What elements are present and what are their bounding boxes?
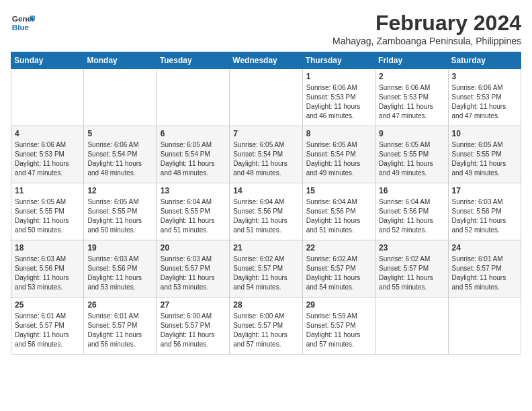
- day-info: Sunrise: 6:05 AM Sunset: 5:54 PM Dayligh…: [233, 140, 298, 178]
- calendar-day-cell: 20Sunrise: 6:03 AM Sunset: 5:57 PM Dayli…: [157, 240, 229, 298]
- day-number: 2: [379, 72, 444, 81]
- day-info: Sunrise: 6:06 AM Sunset: 5:53 PM Dayligh…: [15, 140, 80, 178]
- calendar-day-cell: 5Sunrise: 6:06 AM Sunset: 5:54 PM Daylig…: [84, 126, 157, 183]
- calendar-week-row: 18Sunrise: 6:03 AM Sunset: 5:56 PM Dayli…: [11, 240, 521, 298]
- day-info: Sunrise: 6:04 AM Sunset: 5:55 PM Dayligh…: [161, 197, 226, 235]
- day-number: 15: [306, 186, 371, 195]
- day-number: 26: [87, 300, 152, 310]
- day-number: 9: [379, 129, 444, 138]
- calendar-week-row: 4Sunrise: 6:06 AM Sunset: 5:53 PM Daylig…: [11, 126, 521, 183]
- calendar-day-cell: [157, 69, 229, 126]
- day-info: Sunrise: 6:02 AM Sunset: 5:57 PM Dayligh…: [233, 255, 298, 292]
- title-block: February 2024 Mahayag, Zamboanga Peninsu…: [332, 11, 521, 46]
- day-of-week-header: Saturday: [448, 52, 521, 69]
- calendar-day-cell: 25Sunrise: 6:01 AM Sunset: 5:57 PM Dayli…: [11, 298, 84, 355]
- day-number: 20: [161, 243, 226, 253]
- day-info: Sunrise: 6:05 AM Sunset: 5:55 PM Dayligh…: [379, 140, 444, 178]
- calendar-day-cell: 4Sunrise: 6:06 AM Sunset: 5:53 PM Daylig…: [11, 126, 84, 183]
- calendar-day-cell: [448, 298, 521, 355]
- calendar-day-cell: 26Sunrise: 6:01 AM Sunset: 5:57 PM Dayli…: [84, 298, 157, 355]
- day-number: 16: [379, 186, 444, 195]
- calendar-body: 1Sunrise: 6:06 AM Sunset: 5:53 PM Daylig…: [11, 69, 521, 355]
- day-of-week-header: Friday: [375, 52, 448, 69]
- calendar-day-cell: 22Sunrise: 6:02 AM Sunset: 5:57 PM Dayli…: [302, 240, 375, 298]
- calendar-day-cell: 23Sunrise: 6:02 AM Sunset: 5:57 PM Dayli…: [375, 240, 448, 298]
- calendar-day-cell: 9Sunrise: 6:05 AM Sunset: 5:55 PM Daylig…: [375, 126, 448, 183]
- calendar-day-cell: 21Sunrise: 6:02 AM Sunset: 5:57 PM Dayli…: [230, 240, 302, 298]
- calendar-day-cell: 28Sunrise: 6:00 AM Sunset: 5:57 PM Dayli…: [230, 298, 302, 355]
- day-number: 3: [452, 72, 517, 81]
- calendar-day-cell: 18Sunrise: 6:03 AM Sunset: 5:56 PM Dayli…: [11, 240, 84, 298]
- calendar-table: SundayMondayTuesdayWednesdayThursdayFrid…: [11, 52, 521, 355]
- calendar-header: SundayMondayTuesdayWednesdayThursdayFrid…: [11, 52, 521, 69]
- calendar-day-cell: 6Sunrise: 6:05 AM Sunset: 5:54 PM Daylig…: [157, 126, 229, 183]
- calendar-day-cell: 10Sunrise: 6:05 AM Sunset: 5:55 PM Dayli…: [448, 126, 521, 183]
- page-header: General Blue February 2024 Mahayag, Zamb…: [11, 11, 521, 46]
- calendar-day-cell: 16Sunrise: 6:04 AM Sunset: 5:56 PM Dayli…: [375, 183, 448, 240]
- day-number: 7: [233, 129, 298, 138]
- calendar-day-cell: 8Sunrise: 6:05 AM Sunset: 5:54 PM Daylig…: [302, 126, 375, 183]
- day-number: 5: [87, 129, 152, 138]
- calendar-day-cell: 1Sunrise: 6:06 AM Sunset: 5:53 PM Daylig…: [302, 69, 375, 126]
- day-number: 23: [379, 243, 444, 253]
- day-info: Sunrise: 6:05 AM Sunset: 5:54 PM Dayligh…: [161, 140, 226, 178]
- calendar-day-cell: 19Sunrise: 6:03 AM Sunset: 5:56 PM Dayli…: [84, 240, 157, 298]
- calendar-week-row: 1Sunrise: 6:06 AM Sunset: 5:53 PM Daylig…: [11, 69, 521, 126]
- day-number: 11: [15, 186, 80, 195]
- day-info: Sunrise: 6:05 AM Sunset: 5:55 PM Dayligh…: [87, 197, 152, 235]
- location-subtitle: Mahayag, Zamboanga Peninsula, Philippine…: [332, 36, 521, 46]
- day-info: Sunrise: 6:01 AM Sunset: 5:57 PM Dayligh…: [15, 312, 80, 349]
- day-info: Sunrise: 6:01 AM Sunset: 5:57 PM Dayligh…: [452, 255, 517, 292]
- day-info: Sunrise: 6:02 AM Sunset: 5:57 PM Dayligh…: [306, 255, 371, 292]
- day-info: Sunrise: 6:04 AM Sunset: 5:56 PM Dayligh…: [233, 197, 298, 235]
- day-info: Sunrise: 6:05 AM Sunset: 5:55 PM Dayligh…: [452, 140, 517, 178]
- day-of-week-header: Wednesday: [230, 52, 302, 69]
- logo: General Blue: [11, 11, 35, 35]
- calendar-day-cell: 14Sunrise: 6:04 AM Sunset: 5:56 PM Dayli…: [230, 183, 302, 240]
- day-of-week-header: Thursday: [302, 52, 375, 69]
- day-info: Sunrise: 6:03 AM Sunset: 5:56 PM Dayligh…: [452, 197, 517, 235]
- day-info: Sunrise: 6:06 AM Sunset: 5:54 PM Dayligh…: [87, 140, 152, 178]
- day-number: 6: [161, 129, 226, 138]
- day-number: 10: [452, 129, 517, 138]
- day-number: 29: [306, 300, 371, 310]
- calendar-day-cell: 27Sunrise: 6:00 AM Sunset: 5:57 PM Dayli…: [157, 298, 229, 355]
- day-info: Sunrise: 5:59 AM Sunset: 5:57 PM Dayligh…: [306, 312, 371, 349]
- calendar-day-cell: [11, 69, 84, 126]
- day-info: Sunrise: 6:02 AM Sunset: 5:57 PM Dayligh…: [379, 255, 444, 292]
- calendar-day-cell: 7Sunrise: 6:05 AM Sunset: 5:54 PM Daylig…: [230, 126, 302, 183]
- day-of-week-header: Sunday: [11, 52, 84, 69]
- day-number: 24: [452, 243, 517, 253]
- day-number: 22: [306, 243, 371, 253]
- calendar-day-cell: 3Sunrise: 6:06 AM Sunset: 5:53 PM Daylig…: [448, 69, 521, 126]
- calendar-week-row: 25Sunrise: 6:01 AM Sunset: 5:57 PM Dayli…: [11, 298, 521, 355]
- day-info: Sunrise: 6:06 AM Sunset: 5:53 PM Dayligh…: [452, 83, 517, 121]
- day-info: Sunrise: 6:05 AM Sunset: 5:55 PM Dayligh…: [15, 197, 80, 235]
- day-number: 1: [306, 72, 371, 81]
- svg-text:Blue: Blue: [12, 23, 30, 32]
- day-number: 21: [233, 243, 298, 253]
- month-year-title: February 2024: [332, 11, 521, 36]
- calendar-day-cell: 17Sunrise: 6:03 AM Sunset: 5:56 PM Dayli…: [448, 183, 521, 240]
- day-info: Sunrise: 6:06 AM Sunset: 5:53 PM Dayligh…: [379, 83, 444, 121]
- calendar-day-cell: [375, 298, 448, 355]
- day-number: 28: [233, 300, 298, 310]
- day-number: 27: [161, 300, 226, 310]
- calendar-day-cell: 24Sunrise: 6:01 AM Sunset: 5:57 PM Dayli…: [448, 240, 521, 298]
- calendar-day-cell: 12Sunrise: 6:05 AM Sunset: 5:55 PM Dayli…: [84, 183, 157, 240]
- day-info: Sunrise: 6:03 AM Sunset: 5:56 PM Dayligh…: [87, 255, 152, 292]
- calendar-day-cell: 15Sunrise: 6:04 AM Sunset: 5:56 PM Dayli…: [302, 183, 375, 240]
- day-number: 18: [15, 243, 80, 253]
- day-of-week-header: Tuesday: [157, 52, 229, 69]
- day-info: Sunrise: 6:04 AM Sunset: 5:56 PM Dayligh…: [379, 197, 444, 235]
- day-number: 12: [87, 186, 152, 195]
- calendar-day-cell: [230, 69, 302, 126]
- calendar-day-cell: 2Sunrise: 6:06 AM Sunset: 5:53 PM Daylig…: [375, 69, 448, 126]
- calendar-day-cell: 13Sunrise: 6:04 AM Sunset: 5:55 PM Dayli…: [157, 183, 229, 240]
- day-number: 19: [87, 243, 152, 253]
- day-number: 4: [15, 129, 80, 138]
- day-info: Sunrise: 6:00 AM Sunset: 5:57 PM Dayligh…: [233, 312, 298, 349]
- day-info: Sunrise: 6:05 AM Sunset: 5:54 PM Dayligh…: [306, 140, 371, 178]
- day-number: 8: [306, 129, 371, 138]
- calendar-day-cell: 29Sunrise: 5:59 AM Sunset: 5:57 PM Dayli…: [302, 298, 375, 355]
